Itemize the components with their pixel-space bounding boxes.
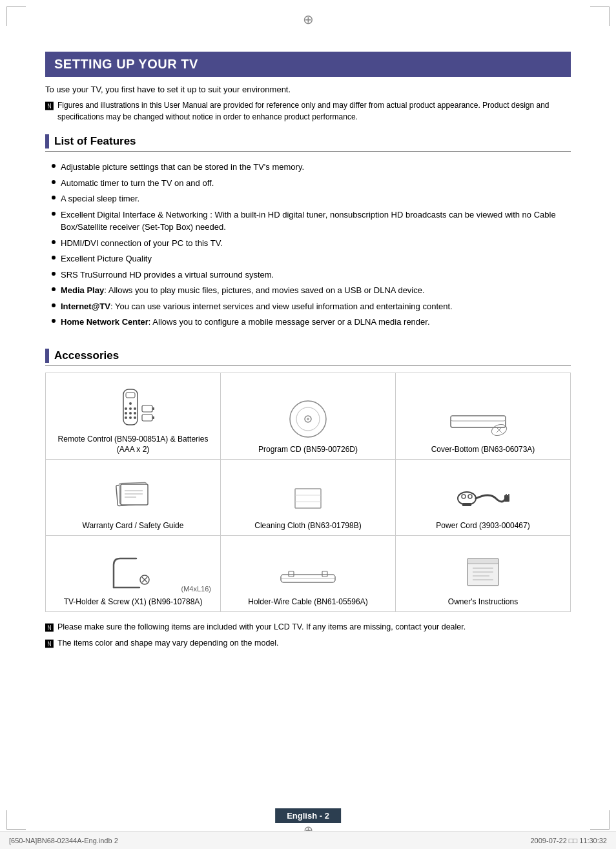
section-bar-2 [45,349,49,363]
acc-label-holder: TV-Holder & Screw (X1) (BN96-10788A) [50,597,216,608]
acc-cell-wire: Holder-Wire Cable (BN61-05596A) [221,535,396,611]
acc-image-cd [225,390,391,442]
acc-image-holder: (M4xL16) [50,542,216,594]
note-icon-0: 🅽 [45,100,54,113]
feature-item-6: SRS TruSurround HD provides a virtual su… [52,269,571,281]
svg-rect-14 [142,414,152,421]
cover-icon [447,396,518,442]
feature-text-6: SRS TruSurround HD provides a virtual su… [61,269,274,281]
section-bar [45,134,49,148]
svg-rect-32 [295,489,321,508]
acc-label-cord: Power Cord (3903-000467) [400,520,566,531]
corner-mark-tl [6,6,26,26]
svg-point-8 [134,412,136,414]
page-title: SETTING UP YOUR TV [45,52,571,77]
svg-rect-28 [121,484,148,505]
wire-icon [276,562,340,594]
svg-rect-38 [462,503,471,506]
svg-rect-47 [289,571,294,577]
note-item-0: 🅽 Figures and illustrations in this User… [45,99,571,123]
svg-point-5 [134,407,136,410]
instructions-icon [457,549,509,594]
cloth-icon [285,479,331,518]
acc-image-wire [225,542,391,594]
acc-row-1: Warranty Card / Safety Guide Cleaning Cl… [46,460,571,536]
screw-label: (M4xL16) [181,585,211,593]
acc-label-cover: Cover-Bottom (BN63-06073A) [400,444,566,455]
corner-mark-br [590,810,610,830]
feature-text-2: A special sleep timer. [61,192,139,205]
svg-point-7 [129,412,132,414]
svg-rect-0 [123,389,138,425]
svg-point-19 [307,418,309,420]
note-icon-2: 🅽 [45,638,54,651]
corner-mark-tr [590,6,610,26]
svg-rect-20 [451,416,506,427]
svg-point-9 [125,416,127,419]
acc-label-instructions: Owner's Instructions [400,597,566,608]
svg-point-11 [134,416,136,419]
cd-icon [285,396,331,442]
acc-cell-cd: Program CD (BN59-00726D) [221,373,396,460]
svg-point-2 [129,402,132,405]
accessories-table: Remote Control (BN59-00851A) & Batteries… [45,373,571,612]
cord-icon [454,479,512,518]
intro-paragraph: To use your TV, you first have to set it… [45,85,571,94]
accessories-title: Accessories [54,349,119,362]
bullet-9 [52,319,56,323]
bullet-5 [52,256,56,260]
bottom-note-1: 🅽 The items color and shape may vary dep… [45,637,571,651]
acc-image-warranty [50,466,216,518]
acc-image-cord [400,466,566,518]
feature-item-2: A special sleep timer. [52,192,571,205]
feature-text-7: Media Play: Allows you to play music fil… [61,284,425,297]
feature-text-1: Automatic timer to turn the TV on and of… [61,177,214,190]
acc-row-2: (M4xL16) TV-Holder & Screw (X1) (BN96-10… [46,535,571,611]
bullet-1 [52,180,56,184]
bullet-7 [52,287,56,291]
svg-rect-50 [467,558,498,564]
svg-rect-41 [508,494,509,496]
feature-text-8: Internet@TV: You can use various interne… [61,300,453,313]
svg-point-36 [462,495,466,498]
feature-text-0: Adjustable picture settings that can be … [61,161,304,174]
acc-label-cloth: Cleaning Cloth (BN63-01798B) [225,520,391,531]
feature-list: Adjustable picture settings that can be … [45,156,571,337]
feature-item-3: Excellent Digital Interface & Networking… [52,209,571,234]
svg-rect-48 [322,571,327,577]
holder-icon [104,542,162,594]
feature-item-0: Adjustable picture settings that can be … [52,161,571,174]
bullet-2 [52,196,56,199]
acc-image-cloth [225,466,391,518]
note-text-0: Figures and illustrations in this User M… [57,99,571,123]
acc-row-0: Remote Control (BN59-00851A) & Batteries… [46,373,571,460]
bottom-note-text-0: Please make sure the following items are… [57,621,466,633]
accessories-section-header: Accessories [45,349,571,366]
svg-point-3 [125,407,127,410]
feature-item-4: HDMI/DVI connection of your PC to this T… [52,237,571,250]
top-crosshair: ⊕ [303,12,314,27]
svg-point-37 [468,495,472,498]
svg-rect-40 [506,494,507,496]
acc-label-remote: Remote Control (BN59-00851A) & Batteries… [50,434,216,456]
acc-cell-remote: Remote Control (BN59-00851A) & Batteries… [46,373,221,460]
acc-label-warranty: Warranty Card / Safety Guide [50,520,216,531]
svg-rect-12 [142,405,152,412]
warranty-icon [110,473,156,518]
svg-rect-21 [451,416,506,421]
bullet-4 [52,240,56,244]
page-number: English - 2 [275,808,341,823]
bottom-note-0: 🅽 Please make sure the following items a… [45,621,571,635]
acc-image-instructions [400,542,566,594]
svg-rect-13 [152,407,154,410]
acc-cell-cord: Power Cord (3903-000467) [396,460,571,536]
page: ⊕ SETTING UP YOUR TV To use your TV, you… [0,0,616,849]
acc-image-cover [400,390,566,442]
svg-point-10 [129,416,132,419]
svg-rect-15 [152,416,154,419]
svg-point-6 [125,412,127,414]
date-info: 2009-07-22 □□ 11:30:32 [531,837,608,844]
acc-cell-warranty: Warranty Card / Safety Guide [46,460,221,536]
feature-item-9: Home Network Center: Allows you to confi… [52,316,571,329]
feature-text-3: Excellent Digital Interface & Networking… [61,209,571,234]
